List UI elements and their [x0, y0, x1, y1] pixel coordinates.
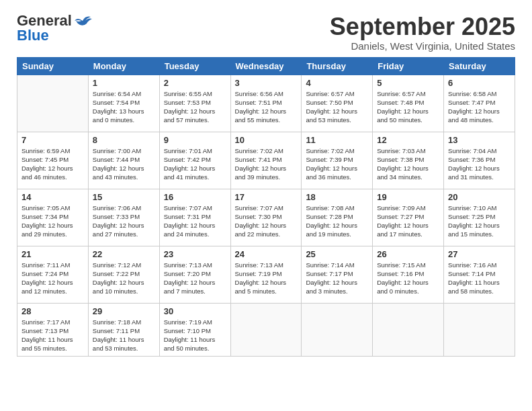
calendar-cell: 5Sunrise: 6:57 AMSunset: 7:48 PMDaylight… — [373, 75, 444, 132]
weekday-header-sunday: Sunday — [17, 57, 89, 75]
day-info: Sunrise: 7:06 AMSunset: 7:33 PMDaylight:… — [93, 203, 155, 239]
day-number: 13 — [448, 135, 511, 145]
day-info: Sunrise: 6:55 AMSunset: 7:53 PMDaylight:… — [164, 89, 226, 125]
day-info: Sunrise: 7:12 AMSunset: 7:22 PMDaylight:… — [93, 261, 155, 296]
day-number: 15 — [93, 192, 155, 202]
day-info: Sunrise: 7:19 AMSunset: 7:10 PMDaylight:… — [164, 318, 226, 353]
day-info: Sunrise: 7:08 AMSunset: 7:28 PMDaylight:… — [306, 203, 368, 239]
day-number: 30 — [164, 306, 226, 316]
day-info: Sunrise: 7:00 AMSunset: 7:44 PMDaylight:… — [93, 146, 155, 182]
week-row-4: 21Sunrise: 7:11 AMSunset: 7:24 PMDayligh… — [17, 246, 515, 303]
calendar-cell: 16Sunrise: 7:07 AMSunset: 7:31 PMDayligh… — [159, 189, 230, 246]
calendar-cell: 4Sunrise: 6:57 AMSunset: 7:50 PMDaylight… — [302, 75, 373, 132]
day-number: 28 — [21, 306, 84, 316]
calendar-cell — [17, 75, 89, 132]
week-row-2: 7Sunrise: 6:59 AMSunset: 7:45 PMDaylight… — [17, 132, 515, 189]
day-number: 2 — [164, 78, 226, 88]
day-number: 5 — [377, 78, 439, 88]
title-area: September 2025 Daniels, West Virginia, U… — [330, 13, 515, 52]
weekday-header-friday: Friday — [373, 57, 444, 75]
weekday-header-wednesday: Wednesday — [230, 57, 302, 75]
calendar-cell — [230, 303, 302, 356]
day-info: Sunrise: 6:59 AMSunset: 7:45 PMDaylight:… — [21, 146, 84, 182]
day-info: Sunrise: 7:10 AMSunset: 7:25 PMDaylight:… — [448, 203, 511, 239]
calendar-cell: 30Sunrise: 7:19 AMSunset: 7:10 PMDayligh… — [159, 303, 230, 356]
weekday-header-row: SundayMondayTuesdayWednesdayThursdayFrid… — [17, 57, 515, 75]
day-number: 11 — [306, 135, 368, 145]
day-number: 19 — [377, 192, 439, 202]
day-number: 7 — [21, 135, 84, 145]
calendar-cell — [373, 303, 444, 356]
day-info: Sunrise: 7:05 AMSunset: 7:34 PMDaylight:… — [21, 203, 84, 239]
calendar-cell: 25Sunrise: 7:14 AMSunset: 7:17 PMDayligh… — [302, 246, 373, 303]
calendar-cell: 18Sunrise: 7:08 AMSunset: 7:28 PMDayligh… — [302, 189, 373, 246]
day-info: Sunrise: 7:01 AMSunset: 7:42 PMDaylight:… — [164, 146, 226, 182]
day-info: Sunrise: 6:54 AMSunset: 7:54 PMDaylight:… — [93, 89, 155, 125]
month-title: September 2025 — [330, 13, 515, 40]
day-number: 3 — [235, 78, 298, 88]
day-number: 14 — [21, 192, 84, 202]
weekday-header-monday: Monday — [88, 57, 159, 75]
weekday-header-thursday: Thursday — [302, 57, 373, 75]
day-number: 6 — [448, 78, 511, 88]
calendar-cell: 6Sunrise: 6:58 AMSunset: 7:47 PMDaylight… — [444, 75, 515, 132]
calendar-cell: 17Sunrise: 7:07 AMSunset: 7:30 PMDayligh… — [230, 189, 302, 246]
calendar-cell: 21Sunrise: 7:11 AMSunset: 7:24 PMDayligh… — [17, 246, 89, 303]
logo: General Blue — [17, 13, 92, 43]
calendar-cell: 19Sunrise: 7:09 AMSunset: 7:27 PMDayligh… — [373, 189, 444, 246]
day-info: Sunrise: 7:16 AMSunset: 7:14 PMDaylight:… — [448, 261, 511, 296]
logo-bird-icon — [73, 14, 92, 28]
day-info: Sunrise: 6:57 AMSunset: 7:48 PMDaylight:… — [377, 89, 439, 125]
day-info: Sunrise: 7:02 AMSunset: 7:39 PMDaylight:… — [306, 146, 368, 182]
calendar-cell: 7Sunrise: 6:59 AMSunset: 7:45 PMDaylight… — [17, 132, 89, 189]
day-info: Sunrise: 7:11 AMSunset: 7:24 PMDaylight:… — [21, 261, 84, 296]
day-info: Sunrise: 6:56 AMSunset: 7:51 PMDaylight:… — [235, 89, 298, 125]
day-number: 4 — [306, 78, 368, 88]
calendar-cell: 3Sunrise: 6:56 AMSunset: 7:51 PMDaylight… — [230, 75, 302, 132]
calendar-cell: 28Sunrise: 7:17 AMSunset: 7:13 PMDayligh… — [17, 303, 89, 356]
day-number: 29 — [93, 306, 155, 316]
day-number: 26 — [377, 249, 439, 259]
calendar-cell — [302, 303, 373, 356]
day-number: 1 — [93, 78, 155, 88]
calendar-cell: 29Sunrise: 7:18 AMSunset: 7:11 PMDayligh… — [88, 303, 159, 356]
calendar-cell: 15Sunrise: 7:06 AMSunset: 7:33 PMDayligh… — [88, 189, 159, 246]
calendar-cell: 1Sunrise: 6:54 AMSunset: 7:54 PMDaylight… — [88, 75, 159, 132]
logo-blue-text: Blue — [17, 28, 49, 43]
page-header: General Blue September 2025 Daniels, Wes… — [17, 13, 515, 52]
calendar-cell: 14Sunrise: 7:05 AMSunset: 7:34 PMDayligh… — [17, 189, 89, 246]
day-info: Sunrise: 7:13 AMSunset: 7:19 PMDaylight:… — [235, 261, 298, 296]
location-title: Daniels, West Virginia, United States — [330, 40, 515, 52]
week-row-3: 14Sunrise: 7:05 AMSunset: 7:34 PMDayligh… — [17, 189, 515, 246]
calendar-cell: 13Sunrise: 7:04 AMSunset: 7:36 PMDayligh… — [444, 132, 515, 189]
day-info: Sunrise: 7:03 AMSunset: 7:38 PMDaylight:… — [377, 146, 439, 182]
day-number: 16 — [164, 192, 226, 202]
day-info: Sunrise: 7:07 AMSunset: 7:30 PMDaylight:… — [235, 203, 298, 239]
day-number: 18 — [306, 192, 368, 202]
day-number: 23 — [164, 249, 226, 259]
day-number: 25 — [306, 249, 368, 259]
calendar-cell: 27Sunrise: 7:16 AMSunset: 7:14 PMDayligh… — [444, 246, 515, 303]
calendar-cell: 23Sunrise: 7:13 AMSunset: 7:20 PMDayligh… — [159, 246, 230, 303]
logo-general-text: General — [17, 13, 72, 28]
calendar-cell: 12Sunrise: 7:03 AMSunset: 7:38 PMDayligh… — [373, 132, 444, 189]
week-row-5: 28Sunrise: 7:17 AMSunset: 7:13 PMDayligh… — [17, 303, 515, 356]
day-number: 8 — [93, 135, 155, 145]
day-info: Sunrise: 7:04 AMSunset: 7:36 PMDaylight:… — [448, 146, 511, 182]
calendar-cell: 2Sunrise: 6:55 AMSunset: 7:53 PMDaylight… — [159, 75, 230, 132]
day-info: Sunrise: 6:58 AMSunset: 7:47 PMDaylight:… — [448, 89, 511, 125]
day-number: 21 — [21, 249, 84, 259]
day-info: Sunrise: 7:17 AMSunset: 7:13 PMDaylight:… — [21, 318, 84, 353]
day-number: 22 — [93, 249, 155, 259]
calendar-table: SundayMondayTuesdayWednesdayThursdayFrid… — [17, 57, 515, 357]
calendar-cell — [444, 303, 515, 356]
weekday-header-tuesday: Tuesday — [159, 57, 230, 75]
day-info: Sunrise: 6:57 AMSunset: 7:50 PMDaylight:… — [306, 89, 368, 125]
calendar-cell: 10Sunrise: 7:02 AMSunset: 7:41 PMDayligh… — [230, 132, 302, 189]
day-number: 17 — [235, 192, 298, 202]
day-number: 24 — [235, 249, 298, 259]
calendar-cell: 11Sunrise: 7:02 AMSunset: 7:39 PMDayligh… — [302, 132, 373, 189]
day-number: 12 — [377, 135, 439, 145]
day-info: Sunrise: 7:14 AMSunset: 7:17 PMDaylight:… — [306, 261, 368, 296]
calendar-cell: 20Sunrise: 7:10 AMSunset: 7:25 PMDayligh… — [444, 189, 515, 246]
